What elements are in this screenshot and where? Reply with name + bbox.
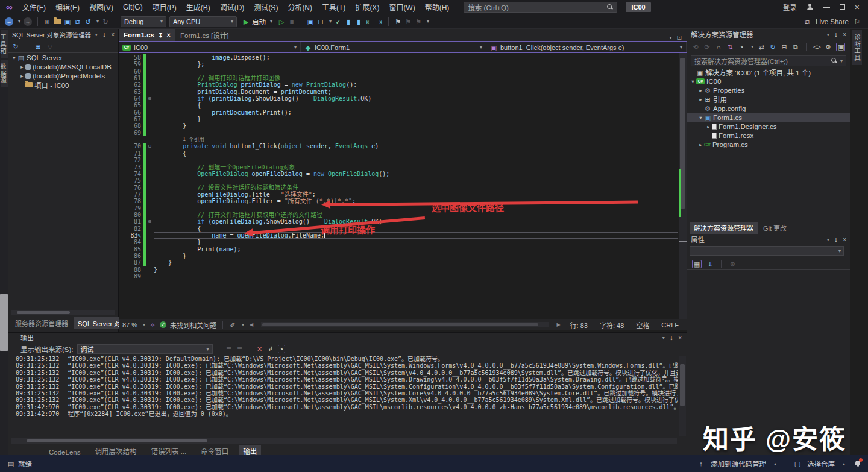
code-line-74[interactable]: 74 OpenFileDialog openFileDialog = new O… (119, 171, 687, 177)
tab-solution-explorer[interactable]: 解决方案资源管理器 (690, 222, 758, 234)
close-icon[interactable]: × (843, 236, 846, 243)
menu-item[interactable]: 文件(F) (17, 2, 51, 12)
code-line-68[interactable]: 68 } (119, 122, 687, 129)
expander-icon[interactable]: ▾ (690, 78, 696, 84)
find-in-files-icon[interactable]: ⊟ (317, 18, 324, 25)
code-line-79[interactable]: 79 (119, 205, 687, 212)
cleanup-dropdown-icon[interactable]: ▾ (242, 322, 244, 327)
next-bookmark-icon[interactable]: ⚑ (415, 18, 422, 25)
back-dropdown-icon[interactable]: ▾ (18, 19, 20, 24)
project-badge[interactable]: IC00 (626, 2, 650, 12)
tree-item[interactable]: ▾▣Form1.cs (687, 113, 850, 122)
pin-icon[interactable]: ↧ (834, 31, 838, 38)
navigate-forward-icon[interactable]: → (24, 17, 32, 26)
menu-item[interactable]: 项目(P) (148, 2, 181, 12)
code-line-73[interactable]: 73 // 创建一个OpenFileDialog对象 (119, 164, 687, 171)
goto-message-icon[interactable]: ≣ (236, 345, 244, 353)
preview-selected-icon[interactable]: ▣ (836, 43, 845, 51)
user-icon[interactable] (807, 4, 814, 11)
line-ending[interactable]: CRLF (657, 321, 683, 329)
code-line-72[interactable]: 72 (119, 157, 687, 163)
breadcrumb-class[interactable]: ◆ IC00.Form1 ▾ (301, 42, 486, 52)
code-line-76[interactable]: 76 // 设置文件对话框的标题和筛选条件 (119, 184, 687, 191)
close-button[interactable]: × (855, 2, 860, 12)
pin-icon[interactable]: ↧ (102, 31, 107, 38)
filter-icon[interactable]: ▽ (46, 43, 54, 50)
pending-changes-icon[interactable]: ◔ (738, 43, 745, 51)
tool-window-tab[interactable]: 工具箱 (1, 30, 8, 58)
prev-bookmark-icon[interactable]: ⚑ (404, 18, 412, 25)
tree-item[interactable]: ▸⊞引用 (687, 95, 850, 104)
code-line-70[interactable]: 70⊟ private void button1_Click(object se… (119, 143, 687, 149)
code-line-84[interactable]: 84 } (119, 239, 687, 245)
sync-icon[interactable]: ⇄ (758, 43, 765, 51)
tree-item[interactable]: ▣解决方案 'IC00' (1 个项目, 共 1 个) (687, 68, 850, 77)
platform-dropdown[interactable]: Any CPU▾ (169, 16, 237, 27)
feedback-icon[interactable]: ⚐ (854, 18, 861, 25)
categorized-icon[interactable]: ▦ (692, 260, 702, 268)
restore-button[interactable] (840, 4, 845, 10)
bookmark-icon[interactable]: ⚑ (394, 18, 401, 25)
new-project-icon[interactable]: ⊞ (43, 18, 51, 25)
undo-icon[interactable]: ↺ (84, 18, 92, 25)
forward-icon[interactable]: ⟳ (703, 43, 711, 51)
add-to-source-control-button[interactable]: 添加到源代码管理 (711, 459, 766, 468)
spell-check-icon[interactable]: ✓ (335, 18, 342, 25)
redo-icon[interactable]: ↻ (102, 18, 109, 25)
close-icon[interactable]: × (111, 31, 115, 38)
navigate-back-icon[interactable]: ← (5, 17, 13, 26)
tree-item[interactable]: Form1.resx (687, 131, 850, 140)
panel-menu-icon[interactable]: ▾ (95, 32, 98, 37)
tab-git-changes[interactable]: Git 更改 (759, 222, 791, 234)
panel-menu-icon[interactable]: ▾ (827, 32, 829, 37)
collapse-all-icon[interactable]: ⊟ (781, 43, 788, 51)
editor-hscrollbar[interactable] (261, 322, 549, 327)
lightbulb-icon[interactable]: ✧ (149, 321, 156, 329)
output-log[interactable]: 09:31:25:132“IC00.exe”(CLR v4.0.30319: D… (8, 356, 678, 436)
menu-item[interactable]: 扩展(X) (350, 2, 384, 12)
stop-icon[interactable]: ■ (288, 18, 295, 25)
close-icon[interactable]: × (167, 31, 171, 39)
switch-views-icon[interactable]: ⇅ (726, 43, 734, 51)
close-icon[interactable]: × (843, 31, 846, 38)
code-line-71[interactable]: 71 { (119, 150, 687, 157)
code-line-59[interactable]: 59 }; (119, 61, 687, 68)
tool-window-tab[interactable]: 诊断工具 (852, 30, 862, 65)
fold-collapse-icon[interactable]: ⊟ (146, 143, 154, 149)
menu-item[interactable]: 编辑(E) (51, 2, 84, 12)
expander-icon[interactable]: ▸ (19, 64, 25, 70)
clear-all-icon[interactable]: ✕ (256, 345, 263, 353)
timestamp-icon[interactable]: ◔ (278, 345, 286, 353)
panel-menu-icon[interactable]: ▾ (827, 237, 829, 242)
tree-item[interactable]: ⚙App.config (687, 104, 850, 113)
code-line-87[interactable]: 87 } (119, 259, 687, 266)
code-line-58[interactable]: 58 image.Dispose(); (119, 54, 687, 61)
pin-icon[interactable]: ↧ (834, 236, 838, 243)
indent-icon[interactable]: ⇥ (376, 18, 383, 25)
hscroll-left-icon[interactable]: ◀ (248, 321, 255, 329)
active-files-dropdown-icon[interactable]: ▾ (670, 35, 672, 40)
autohide-scroll-strip[interactable] (0, 294, 8, 351)
editor-vscrollbar[interactable] (679, 53, 687, 319)
add-server-icon[interactable]: ⊞ (34, 43, 42, 50)
code-line-83[interactable]: 83✎ name = openFileDialog.FileName; (119, 232, 687, 239)
tree-item[interactable]: ▸⚙Properties (687, 86, 850, 95)
tree-item[interactable]: ▸Form1.Designer.cs (687, 122, 850, 131)
menu-item[interactable]: 测试(S) (249, 2, 283, 12)
float-window-icon[interactable]: ⊡ (677, 34, 682, 41)
code-line-67[interactable]: 67 } (119, 116, 687, 122)
properties-icon[interactable]: ⚙ (825, 43, 832, 51)
word-wrap-icon[interactable]: ↲ (267, 345, 274, 353)
notifications-button[interactable] (855, 460, 861, 467)
minimize-button[interactable] (823, 7, 830, 8)
sql-panel-hscrollbar[interactable] (11, 310, 115, 315)
zoom-dropdown-icon[interactable]: ▾ (143, 322, 145, 327)
codelens-row[interactable]: 1 个引用 (119, 136, 687, 143)
breadcrumb-project[interactable]: C# IC00 ▾ (119, 42, 301, 52)
tree-item[interactable]: ▸(localdb)\ProjectModels (8, 71, 118, 80)
expander-icon[interactable]: ▸ (697, 142, 704, 148)
tool-window-tab[interactable]: 数据源 (1, 60, 8, 88)
code-line-61[interactable]: 61 // 调用打印对话框并打印图像 (119, 75, 687, 81)
code-view-icon[interactable]: <> (813, 43, 820, 51)
tab-form1-design[interactable]: Form1.cs [设计] (175, 29, 234, 41)
